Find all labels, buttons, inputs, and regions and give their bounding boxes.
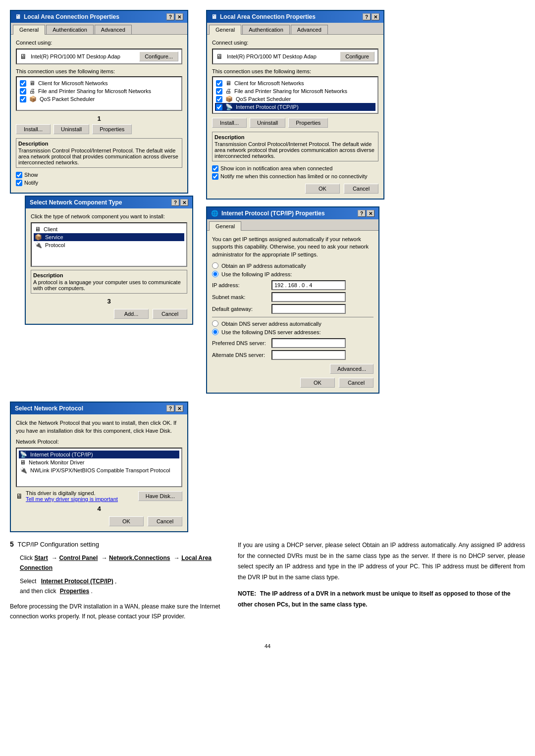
instruction-line-2: Select Internet Protocol (TCP/IP) , and … <box>20 576 223 597</box>
list-item-2-fileprint[interactable]: 🖨 File and Printer Sharing for Microsoft… <box>215 87 375 95</box>
window-icon-2: 🖥 <box>211 13 217 20</box>
subnet-input[interactable] <box>271 292 346 302</box>
snc-item-client[interactable]: 🖥 Client <box>34 225 184 233</box>
cancel-btn-snp[interactable]: Cancel <box>148 516 182 526</box>
preferred-dns-input[interactable] <box>271 338 346 348</box>
step-header: 5 TCP/IP Configuration setting <box>10 540 223 548</box>
uninstall-btn-2[interactable]: Uninstall <box>250 118 285 128</box>
cancel-btn-snc[interactable]: Cancel <box>153 309 187 319</box>
protocol-item-tcp[interactable]: 📡 Internet Protocol (TCP/IP) <box>19 451 179 458</box>
tab-general-2[interactable]: General <box>209 25 241 35</box>
tab-auth-1[interactable]: Authentication <box>46 25 94 34</box>
help-btn-1[interactable]: ? <box>166 13 174 20</box>
notify-row[interactable]: Notify <box>16 180 182 186</box>
help-btn-2[interactable]: ? <box>363 13 371 20</box>
dialog-title-2: 🖥 Local Area Connection Properties ? ✕ <box>207 11 383 23</box>
configure-btn-1[interactable]: Configure... <box>139 51 178 61</box>
protocol-item-monitor[interactable]: 🖥 Network Monitor Driver <box>19 458 179 466</box>
cancel-btn-2[interactable]: Cancel <box>344 184 378 194</box>
use-following-radio[interactable] <box>212 271 218 277</box>
show-icon-checkbox[interactable] <box>16 172 22 178</box>
checkbox-2-tcp[interactable] <box>216 104 222 110</box>
alternate-dns-input[interactable] <box>271 350 346 360</box>
use-dns-label: Use the following DNS server addresses: <box>221 329 321 335</box>
list-item-2-tcp[interactable]: 📡 Internet Protocol (TCP/IP) <box>215 103 375 111</box>
tab-general-1[interactable]: General <box>13 25 45 35</box>
dialog-title-ip: 🌐 Internet Protocol (TCP/IP) Properties … <box>207 207 378 219</box>
obtain-dns-row[interactable]: Obtain DNS server address automatically <box>212 320 374 327</box>
adapter-name-2: Intel(R) PRO/1000 MT Desktop Adap <box>227 53 336 59</box>
right-column-top: 🖥 Local Area Connection Properties ? ✕ G… <box>206 10 525 394</box>
add-btn-snc[interactable]: Add... <box>114 309 149 319</box>
close-btn-1[interactable]: ✕ <box>175 13 183 20</box>
have-disk-btn[interactable]: Have Disk... <box>138 491 182 501</box>
notify-checkbox[interactable] <box>16 180 22 186</box>
list-item-fileprint[interactable]: 🖨 File and Printer Sharing for Microsoft… <box>19 87 179 95</box>
show-icon-checkbox-2[interactable] <box>212 165 218 172</box>
checkbox-client[interactable] <box>20 80 26 87</box>
advanced-btn-ip[interactable]: Advanced... <box>330 364 374 374</box>
checkbox-2-client[interactable] <box>216 80 222 87</box>
gateway-input[interactable] <box>271 304 346 314</box>
dialog-body-ip: You can get IP settings assigned automat… <box>207 231 378 393</box>
close-btn-2[interactable]: ✕ <box>372 13 379 20</box>
ok-btn-ip[interactable]: OK <box>300 378 335 388</box>
list-item-qos[interactable]: 📦 QoS Packet Scheduler <box>19 95 179 103</box>
use-following-row[interactable]: Use the following IP address: <box>212 271 374 277</box>
dialog-tabs-ip: General <box>207 219 378 231</box>
checkbox-2-qos[interactable] <box>216 96 222 102</box>
preferred-dns-row: Preferred DNS server: <box>212 338 374 348</box>
list-item-client[interactable]: 🖥 Client for Microsoft Networks <box>19 79 179 87</box>
obtain-dns-radio[interactable] <box>212 320 218 327</box>
list-item-2-qos[interactable]: 📦 QoS Packet Scheduler <box>215 95 375 103</box>
ok-btn-snp[interactable]: OK <box>109 516 144 526</box>
help-btn-snp[interactable]: ? <box>166 405 174 412</box>
checkbox-qos[interactable] <box>20 96 26 102</box>
properties-btn-2[interactable]: Properties <box>288 118 328 128</box>
list-item-2-client[interactable]: 🖥 Client for Microsoft Networks <box>215 79 375 87</box>
cancel-btn-ip[interactable]: Cancel <box>339 378 374 388</box>
obtain-auto-row[interactable]: Obtain an IP address automatically <box>212 262 374 269</box>
snc-item-service[interactable]: 📦 Service <box>34 233 184 241</box>
configure-btn-2[interactable]: Configure <box>340 51 374 61</box>
show-icon-row[interactable]: Show <box>16 172 182 178</box>
driver-link[interactable]: Tell me why driver signing is important <box>26 496 118 502</box>
tab-advanced-1[interactable]: Advanced <box>95 25 132 34</box>
snp-instruction: Click the Network Protocol that you want… <box>16 419 182 435</box>
notify-label: Notify <box>24 180 38 186</box>
uninstall-btn-1[interactable]: Uninstall <box>54 124 89 134</box>
tab-general-ip[interactable]: General <box>209 221 241 231</box>
close-btn-snc[interactable]: ✕ <box>180 199 188 206</box>
dialog-body-snp: Click the Network Protocol that you want… <box>11 414 187 531</box>
notify-checkbox-2[interactable] <box>212 173 218 180</box>
items-label-1: This connection uses the following items… <box>16 68 182 74</box>
close-btn-snp[interactable]: ✕ <box>175 405 183 412</box>
use-dns-radio[interactable] <box>212 329 218 335</box>
description-box-1: Description Transmission Control Protoco… <box>16 138 182 168</box>
checkbox-2-fileprint[interactable] <box>216 88 222 95</box>
protocol-item-nwlink[interactable]: 🔌 NWLink IPX/SPX/NetBIOS Compatible Tran… <box>19 466 179 474</box>
install-btn-2[interactable]: Install... <box>212 118 247 128</box>
install-btn-1[interactable]: Install... <box>16 124 51 134</box>
bottom-row-dialogs: Select Network Protocol ? ✕ Click the Ne… <box>10 402 525 532</box>
dialog-body-1: Connect using: 🖥 Intel(R) PRO/1000 MT De… <box>11 35 187 193</box>
close-btn-ip[interactable]: ✕ <box>367 210 374 217</box>
show-icon-label: Show <box>24 172 38 178</box>
show-icon-row-2[interactable]: Show icon in notification area when conn… <box>212 165 378 172</box>
help-btn-ip[interactable]: ? <box>358 210 366 217</box>
snc-item-protocol[interactable]: 🔌 Protocol <box>34 241 184 249</box>
notify-row-2[interactable]: Notify me when this connection has limit… <box>212 173 378 180</box>
help-btn-snc[interactable]: ? <box>171 199 179 206</box>
obtain-auto-radio[interactable] <box>212 262 218 269</box>
adapter-row-2: 🖥 Intel(R) PRO/1000 MT Desktop Adap Conf… <box>212 49 378 64</box>
tab-advanced-2[interactable]: Advanced <box>291 25 328 34</box>
select-word: Select <box>20 578 36 585</box>
ok-btn-2[interactable]: OK <box>305 184 340 194</box>
item-label-client: Client for Microsoft Networks <box>38 80 108 86</box>
ip-address-input[interactable] <box>271 280 346 290</box>
checkbox-fileprint[interactable] <box>20 88 26 95</box>
tab-auth-2[interactable]: Authentication <box>242 25 290 34</box>
snc-label-client: Client <box>44 226 57 232</box>
properties-btn-1[interactable]: Properties <box>92 124 132 134</box>
use-dns-row[interactable]: Use the following DNS server addresses: <box>212 329 374 335</box>
